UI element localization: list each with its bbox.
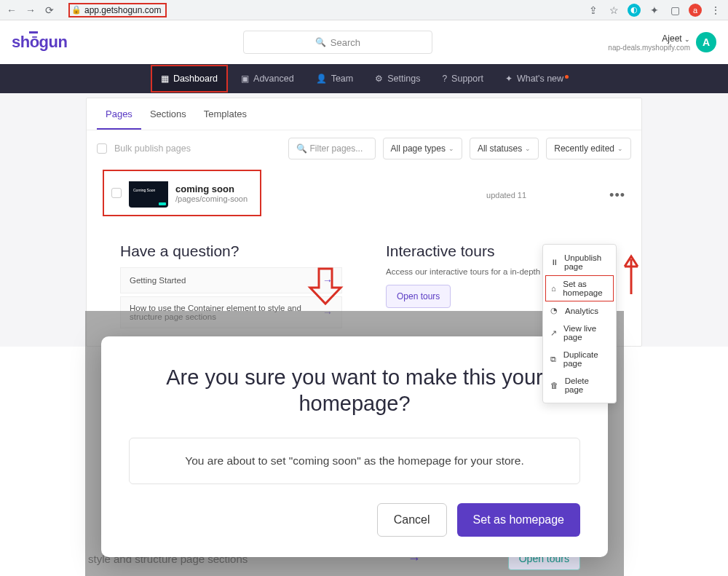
avatar[interactable]: A xyxy=(696,32,716,52)
nav-dashboard[interactable]: ▦ Dashboard xyxy=(152,66,226,91)
page-background: Pages Sections Templates Bulk publish pa… xyxy=(0,93,728,347)
updated-label: updated 11 xyxy=(486,191,526,200)
cancel-button[interactable]: Cancel xyxy=(377,503,447,537)
chevron-down-icon: ⌄ xyxy=(448,145,454,152)
grid-icon: ▦ xyxy=(161,74,169,84)
row-checkbox[interactable] xyxy=(111,188,122,198)
page-types-select[interactable]: All page types⌄ xyxy=(383,138,462,159)
toolbar: Bulk publish pages 🔍Filter pages... All … xyxy=(87,130,641,167)
window-icon: ▣ xyxy=(241,74,249,84)
star-icon[interactable]: ☆ xyxy=(607,4,620,17)
row-actions-button[interactable]: ••• xyxy=(604,188,631,203)
copy-icon: ⧉ xyxy=(550,355,558,364)
statuses-select[interactable]: All statuses⌄ xyxy=(470,138,539,159)
nav-support[interactable]: ?Support xyxy=(433,65,491,92)
home-icon: ⌂ xyxy=(551,284,557,293)
help-icon: ? xyxy=(442,74,447,84)
logo[interactable]: shōgun xyxy=(12,33,67,52)
sort-select[interactable]: Recently edited⌄ xyxy=(546,138,631,159)
user-menu[interactable]: Ajeet ⌄ nap-deals.myshopify.com xyxy=(608,33,690,52)
annotation-arrow-down xyxy=(306,266,345,307)
new-dot-icon xyxy=(565,75,569,79)
url-bar[interactable]: 🔒 app.getshogun.com xyxy=(68,3,167,17)
tab-sections[interactable]: Sections xyxy=(141,98,195,130)
nav-advanced[interactable]: ▣Advanced xyxy=(232,65,303,92)
modal-title: Are you sure you want to make this your … xyxy=(129,364,580,417)
share-icon[interactable]: ⇪ xyxy=(587,4,600,17)
nav-team[interactable]: 👤Team xyxy=(307,65,363,92)
reload-icon[interactable]: ⟳ xyxy=(44,4,55,16)
gear-icon: ⚙ xyxy=(375,74,383,84)
kebab-icon[interactable]: ⋮ xyxy=(709,4,722,17)
context-menu: ⏸Unpublish page ⌂Set as homepage ◔Analyt… xyxy=(542,244,617,403)
puzzle-icon[interactable]: ✦ xyxy=(648,4,661,17)
search-input[interactable]: 🔍 Search xyxy=(243,31,432,54)
ctx-set-homepage[interactable]: ⌂Set as homepage xyxy=(545,275,614,301)
set-homepage-button[interactable]: Set as homepage xyxy=(457,503,580,537)
ctx-delete[interactable]: 🗑Delete page xyxy=(543,372,616,398)
person-icon: 👤 xyxy=(316,74,327,84)
filter-input[interactable]: 🔍Filter pages... xyxy=(288,138,376,159)
tab-templates[interactable]: Templates xyxy=(195,98,256,130)
browser-chrome: ← → ⟳ 🔒 app.getshogun.com ⇪ ☆ ◐ ✦ ▢ a ⋮ xyxy=(0,0,728,20)
forward-icon[interactable]: → xyxy=(25,4,36,16)
ctx-duplicate[interactable]: ⧉Duplicate page xyxy=(543,346,616,372)
lock-icon: 🔒 xyxy=(71,5,82,15)
extension-icon[interactable]: ◐ xyxy=(628,4,641,17)
nav-whats-new[interactable]: ✦What's new xyxy=(496,65,577,92)
bulk-publish-label: Bulk publish pages xyxy=(114,143,191,154)
main-nav: ▦ Dashboard ▣Advanced 👤Team ⚙Settings ?S… xyxy=(0,64,728,93)
question-heading: Have a question? xyxy=(120,242,342,260)
pause-icon: ⏸ xyxy=(550,258,558,267)
annotation-box-dashboard: ▦ Dashboard xyxy=(151,65,228,92)
external-icon: ↗ xyxy=(550,328,558,338)
page-thumbnail xyxy=(129,178,168,208)
open-tours-button[interactable]: Open tours xyxy=(386,285,451,308)
search-icon: 🔍 xyxy=(296,143,307,154)
back-icon[interactable]: ← xyxy=(6,4,17,16)
ctx-unpublish[interactable]: ⏸Unpublish page xyxy=(543,249,616,275)
select-all-checkbox[interactable] xyxy=(97,143,107,154)
annotation-arrow-up xyxy=(622,252,641,296)
tab-pages[interactable]: Pages xyxy=(97,98,141,130)
trash-icon: 🗑 xyxy=(550,381,559,390)
page-row: coming soon /pages/coming-soon updated 1… xyxy=(87,167,641,235)
page-title[interactable]: coming soon xyxy=(175,184,248,194)
annotation-box-page: coming soon /pages/coming-soon xyxy=(103,170,261,216)
app-header: shōgun 🔍 Search Ajeet ⌄ nap-deals.myshop… xyxy=(0,20,728,64)
modal-body: You are about to set "coming soon" as th… xyxy=(129,438,580,484)
chevron-down-icon: ⌄ xyxy=(684,36,690,43)
confirm-homepage-modal: Are you sure you want to make this your … xyxy=(101,336,608,557)
url-text: app.getshogun.com xyxy=(84,5,161,15)
window-icon[interactable]: ▢ xyxy=(668,4,681,17)
profile-avatar[interactable]: a xyxy=(689,4,702,17)
search-icon: 🔍 xyxy=(315,37,326,47)
chevron-down-icon: ⌄ xyxy=(525,145,531,152)
spark-icon: ✦ xyxy=(505,74,513,84)
chevron-down-icon: ⌄ xyxy=(617,145,623,152)
nav-settings[interactable]: ⚙Settings xyxy=(366,65,429,92)
page-path: /pages/coming-soon xyxy=(175,194,248,203)
ctx-view-live[interactable]: ↗View live page xyxy=(543,320,616,346)
page-panel: Pages Sections Templates Bulk publish pa… xyxy=(86,98,642,347)
tabs: Pages Sections Templates xyxy=(87,98,641,130)
ctx-analytics[interactable]: ◔Analytics xyxy=(543,301,616,320)
chart-icon: ◔ xyxy=(550,306,559,315)
